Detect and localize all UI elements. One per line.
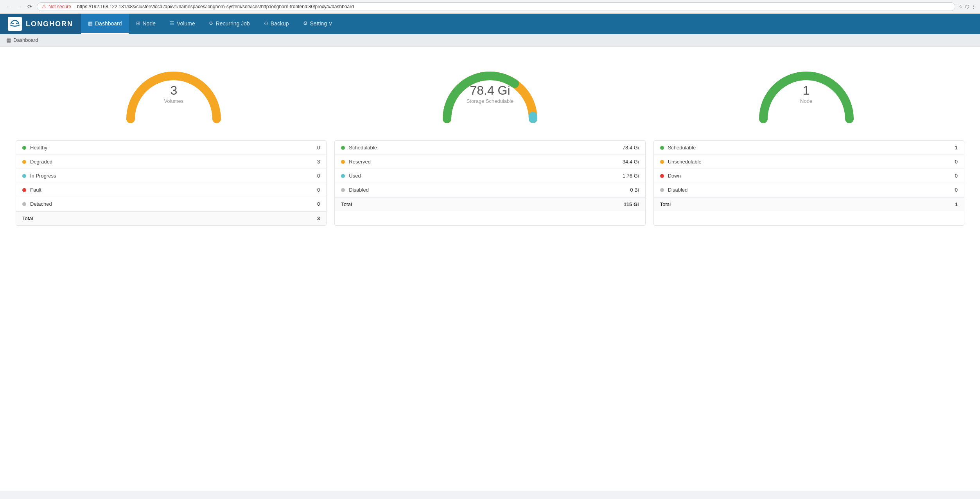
storage-reserved-row: Reserved 34.4 Gi (335, 155, 645, 169)
svg-point-1 (16, 23, 18, 24)
setting-nav-icon: ⚙ (303, 20, 308, 26)
storage-schedulable-label: Schedulable (349, 145, 622, 151)
storage-total-value: 115 Gi (624, 201, 639, 207)
storage-used-row: Used 1.76 Gi (335, 169, 645, 183)
node-total-row: Total 1 (654, 197, 964, 211)
volumes-detached-row: Detached 0 (16, 197, 326, 211)
menu-icon[interactable]: ⋮ (971, 4, 976, 9)
node-unschedulable-row: Unschedulable 0 (654, 155, 964, 169)
browser-bar: ← → ⟳ ⚠ Not secure | https://192.168.122… (0, 0, 980, 14)
node-schedulable-row: Schedulable 1 (654, 141, 964, 155)
inprogress-dot (22, 174, 26, 178)
node-down-dot (660, 174, 664, 178)
storage-gauge: 78.4 Gi Storage Schedulable (431, 58, 549, 129)
nav-backup-label: Backup (271, 20, 289, 27)
nav-recurring-job[interactable]: ⟳ Recurring Job (202, 14, 257, 34)
security-warning-icon: ⚠ (42, 4, 46, 9)
url-text: https://192.168.122.131/k8s/clusters/loc… (77, 4, 354, 9)
dashboard-nav-icon: ▦ (88, 20, 93, 26)
healthy-label: Healthy (30, 145, 317, 151)
main-nav: ▦ Dashboard ⊞ Node ☰ Volume ⟳ Recurring … (81, 14, 339, 34)
volumes-total-row: Total 3 (16, 211, 326, 225)
storage-schedulable-row: Schedulable 78.4 Gi (335, 141, 645, 155)
detached-value: 0 (317, 201, 320, 207)
storage-reserved-label: Reserved (349, 159, 622, 165)
nav-backup[interactable]: ⊙ Backup (257, 14, 296, 34)
node-gauge-wrapper: 1 Node (752, 58, 861, 125)
nav-node-label: Node (143, 20, 156, 27)
storage-disabled-value: 0 Bi (630, 187, 639, 193)
node-schedulable-label: Schedulable (668, 145, 955, 151)
volumes-total-value: 3 (317, 215, 320, 221)
detached-dot (22, 202, 26, 206)
storage-value: 78.4 Gi (467, 83, 514, 98)
node-value: 1 (800, 83, 812, 98)
volumes-value: 3 (164, 83, 183, 98)
storage-used-value: 1.76 Gi (623, 173, 639, 179)
volumes-stats-card: Healthy 0 Degraded 3 In Progress 0 Fault… (16, 140, 327, 226)
back-button[interactable]: ← (4, 3, 13, 11)
fault-label: Fault (30, 187, 317, 193)
volumes-fault-row: Fault 0 (16, 183, 326, 197)
node-schedulable-dot (660, 146, 664, 150)
nav-dashboard-label: Dashboard (95, 20, 122, 27)
volumes-gauge-center: 3 Volumes (164, 83, 183, 104)
storage-used-dot (341, 174, 345, 178)
nav-node[interactable]: ⊞ Node (129, 14, 163, 34)
node-down-value: 0 (955, 173, 958, 179)
gauges-row: 3 Volumes 78.4 Gi (16, 58, 964, 129)
reload-button[interactable]: ⟳ (26, 3, 34, 11)
storage-disabled-dot (341, 188, 345, 192)
node-unschedulable-value: 0 (955, 159, 958, 165)
forward-button[interactable]: → (15, 3, 23, 11)
node-disabled-label: Disabled (668, 187, 955, 193)
volumes-degraded-row: Degraded 3 (16, 155, 326, 169)
node-disabled-dot (660, 188, 664, 192)
longhorn-logo-icon (8, 17, 22, 31)
storage-disabled-label: Disabled (349, 187, 630, 193)
degraded-value: 3 (317, 159, 320, 165)
nav-setting-label: Setting ∨ (310, 20, 332, 27)
node-down-row: Down 0 (654, 169, 964, 183)
app-title: LONGHORN (26, 20, 73, 28)
node-schedulable-value: 1 (955, 145, 958, 151)
recurring-job-nav-icon: ⟳ (209, 20, 214, 26)
nav-setting[interactable]: ⚙ Setting ∨ (296, 14, 339, 34)
storage-used-label: Used (349, 173, 622, 179)
inprogress-value: 0 (317, 173, 320, 179)
not-secure-label: Not secure (48, 4, 71, 9)
node-total-label: Total (660, 201, 955, 207)
storage-total-row: Total 115 Gi (335, 197, 645, 211)
degraded-label: Degraded (30, 159, 317, 165)
healthy-dot (22, 146, 26, 150)
storage-disabled-row: Disabled 0 Bi (335, 183, 645, 197)
volume-nav-icon: ☰ (170, 20, 174, 26)
extension-icon[interactable]: ⬡ (965, 4, 969, 9)
node-gauge: 1 Node (748, 58, 865, 129)
storage-label: Storage Schedulable (467, 98, 514, 104)
node-unschedulable-dot (660, 160, 664, 164)
nav-dashboard[interactable]: ▦ Dashboard (81, 14, 129, 34)
node-label: Node (800, 98, 812, 104)
storage-schedulable-dot (341, 146, 345, 150)
volumes-total-label: Total (22, 215, 317, 221)
storage-reserved-dot (341, 160, 345, 164)
volumes-inprogress-row: In Progress 0 (16, 169, 326, 183)
storage-schedulable-value: 78.4 Gi (623, 145, 639, 151)
volumes-gauge: 3 Volumes (115, 58, 232, 129)
node-gauge-center: 1 Node (800, 83, 812, 104)
breadcrumb-label: Dashboard (13, 37, 38, 43)
logo-area: LONGHORN (0, 14, 81, 34)
nav-volume[interactable]: ☰ Volume (163, 14, 202, 34)
stats-row: Healthy 0 Degraded 3 In Progress 0 Fault… (16, 140, 964, 226)
breadcrumb-icon: ▦ (6, 37, 11, 43)
node-disabled-row: Disabled 0 (654, 183, 964, 197)
storage-total-label: Total (341, 201, 623, 207)
svg-point-0 (12, 23, 14, 24)
degraded-dot (22, 160, 26, 164)
address-bar[interactable]: ⚠ Not secure | https://192.168.122.131/k… (37, 2, 955, 11)
bookmark-icon[interactable]: ☆ (958, 4, 963, 9)
node-total-value: 1 (955, 201, 958, 207)
nav-recurring-job-label: Recurring Job (216, 20, 250, 27)
volumes-healthy-row: Healthy 0 (16, 141, 326, 155)
